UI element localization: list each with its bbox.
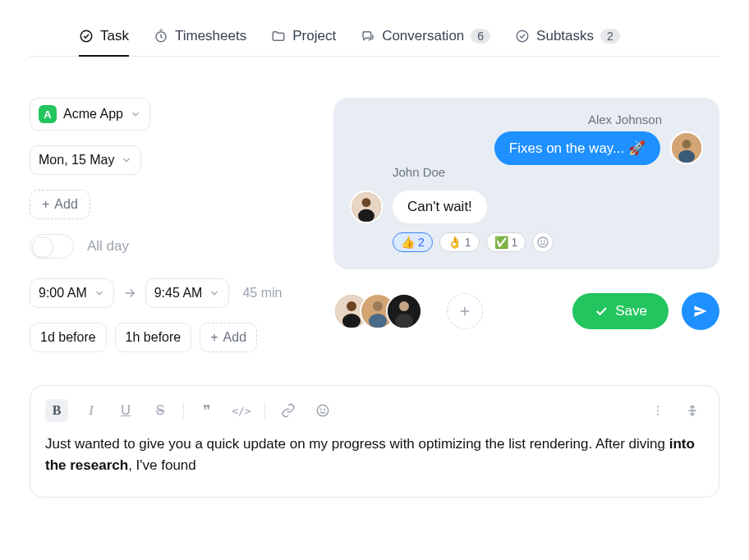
all-day-toggle[interactable]	[30, 234, 74, 259]
smile-icon	[315, 403, 330, 418]
tab-label: Task	[100, 28, 129, 44]
chevron-down-icon	[94, 287, 105, 299]
tab-label: Timesheets	[175, 28, 246, 44]
editor-text: Just wanted to give you a quick update o…	[45, 436, 669, 452]
add-reminder-button[interactable]: + Add	[200, 323, 257, 352]
emoji-icon: 👍	[401, 236, 415, 249]
tab-subtasks[interactable]: Subtasks 2	[515, 21, 620, 56]
send-icon	[692, 303, 709, 319]
plus-icon: +	[42, 197, 49, 212]
message-incoming: Can't wait!	[350, 190, 703, 223]
emoji-icon: ✅	[494, 236, 508, 249]
chevron-down-icon	[121, 154, 132, 166]
save-button[interactable]: Save	[572, 293, 669, 329]
check-icon	[594, 304, 609, 319]
reminder-chip[interactable]: 1d before	[30, 323, 107, 352]
svg-point-11	[545, 241, 545, 241]
message-bubble[interactable]: Can't wait!	[393, 190, 487, 223]
expand-vertical-icon	[686, 404, 699, 417]
conversation-panel: Alex Johnson Fixes on the way... 🚀 John …	[333, 98, 719, 269]
svg-point-10	[541, 241, 542, 241]
message-sender: Alex Johnson	[350, 112, 703, 126]
tab-label: Conversation	[382, 28, 464, 44]
reaction-count: 1	[512, 236, 518, 249]
message-sender: John Doe	[393, 165, 703, 179]
start-time: 9:00 AM	[39, 286, 87, 301]
date-label: Mon, 15 May	[39, 153, 114, 168]
editor-content[interactable]: Just wanted to give you a quick update o…	[45, 434, 704, 477]
strikethrough-button[interactable]: S	[149, 399, 172, 422]
tab-label: Project	[292, 28, 336, 44]
bold-button[interactable]: B	[45, 399, 68, 422]
underline-button[interactable]: U	[114, 399, 137, 422]
reaction-count: 1	[465, 236, 471, 249]
save-label: Save	[615, 303, 647, 319]
svg-point-26	[657, 414, 659, 415]
svg-point-2	[517, 30, 528, 42]
link-button[interactable]	[277, 399, 300, 422]
check-circle-icon	[515, 29, 530, 44]
duration-text: 45 min	[242, 286, 282, 301]
svg-point-19	[399, 301, 409, 311]
plus-icon: +	[210, 330, 218, 345]
all-day-label: All day	[87, 238, 129, 255]
quote-button[interactable]: ❞	[195, 399, 218, 422]
add-field-button[interactable]: + Add	[30, 190, 90, 219]
project-badge-icon: A	[39, 105, 57, 123]
avatar[interactable]	[350, 190, 383, 223]
svg-point-0	[80, 30, 92, 42]
end-time: 9:45 AM	[154, 286, 203, 301]
message-outgoing: Fixes on the way... 🚀	[350, 131, 703, 165]
message-bubble[interactable]: Fixes on the way... 🚀	[494, 131, 660, 165]
editor-toolbar: B I U S ❞ </>	[45, 394, 704, 434]
divider	[264, 402, 265, 419]
svg-point-13	[347, 301, 356, 311]
start-time-selector[interactable]: 9:00 AM	[30, 278, 114, 308]
add-participant-button[interactable]	[447, 293, 483, 329]
tab-conversation[interactable]: Conversation 6	[361, 21, 490, 56]
more-options-button[interactable]	[646, 399, 669, 422]
send-button[interactable]	[682, 292, 719, 330]
stopwatch-icon	[154, 29, 168, 44]
svg-point-9	[538, 237, 548, 247]
reaction-thumbs-up[interactable]: 👍 2	[393, 232, 433, 252]
tab-badge: 2	[600, 29, 620, 44]
project-name: Acme App	[63, 107, 123, 122]
reaction-count: 2	[418, 236, 425, 249]
tab-label: Subtasks	[536, 28, 594, 44]
folder-icon	[271, 29, 286, 44]
plus-icon	[457, 304, 472, 319]
tab-task[interactable]: Task	[79, 21, 129, 56]
tabs-bar: Task Timesheets Project Conversation 6	[30, 13, 719, 57]
avatar[interactable]	[670, 131, 703, 164]
svg-point-23	[324, 409, 325, 410]
svg-point-16	[373, 301, 383, 311]
participants-avatars	[333, 293, 422, 329]
date-selector[interactable]: Mon, 15 May	[30, 145, 141, 175]
svg-point-21	[317, 405, 329, 416]
smile-icon	[536, 236, 549, 249]
emoji-icon: 👌	[448, 236, 462, 249]
link-icon	[281, 403, 296, 418]
divider	[183, 402, 184, 419]
reaction-ok-hand[interactable]: 👌 1	[439, 232, 480, 252]
end-time-selector[interactable]: 9:45 AM	[145, 278, 230, 308]
project-selector[interactable]: A Acme App	[30, 98, 150, 131]
reaction-check[interactable]: ✅ 1	[486, 232, 526, 252]
italic-button[interactable]: I	[80, 399, 103, 422]
svg-point-25	[657, 410, 659, 411]
chevron-down-icon	[130, 108, 141, 120]
check-circle-icon	[79, 29, 94, 44]
add-label: Add	[54, 197, 77, 212]
svg-point-24	[657, 406, 659, 407]
tab-timesheets[interactable]: Timesheets	[154, 21, 246, 56]
expand-button[interactable]	[681, 399, 704, 422]
add-reaction-button[interactable]	[532, 232, 554, 253]
tab-project[interactable]: Project	[271, 21, 336, 56]
avatar[interactable]	[386, 293, 422, 329]
dots-vertical-icon	[651, 404, 664, 417]
emoji-button[interactable]	[311, 399, 334, 422]
svg-point-4	[682, 140, 692, 149]
code-button[interactable]: </>	[230, 399, 253, 422]
reminder-chip[interactable]: 1h before	[115, 323, 192, 352]
